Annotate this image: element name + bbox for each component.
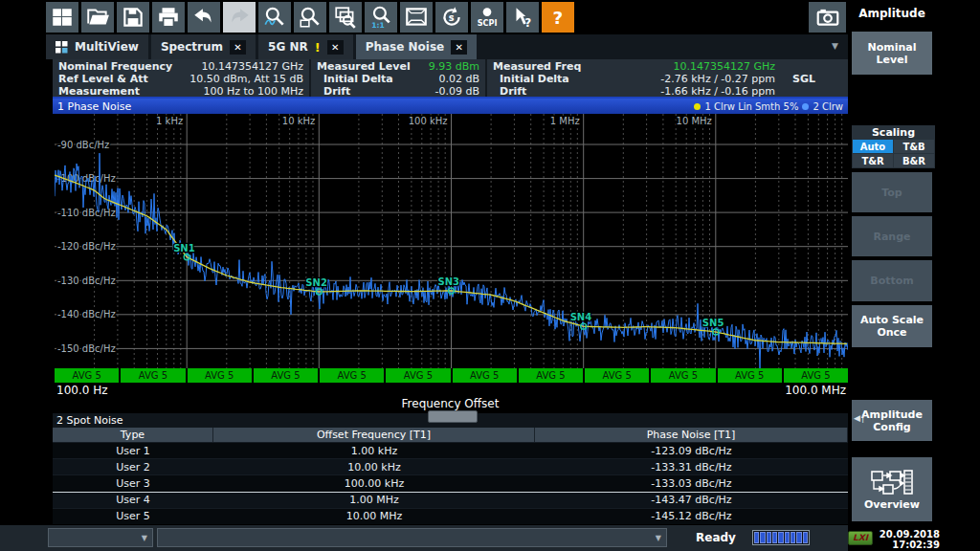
undo-icon (191, 5, 216, 30)
softkey-arrow-left-icon: ◀❘ (854, 413, 865, 423)
tab-overflow-chevron-down-icon[interactable]: ▼ (832, 41, 838, 51)
toolbar-zoom-box-button[interactable] (294, 2, 326, 33)
toolbar-zoom-1to1-button[interactable]: 1:1 (365, 2, 397, 33)
info-row: Nominal Frequency10.147354127 GHz (58, 60, 303, 73)
amplitude-config-button[interactable]: ◀❘ Amplitude Config (852, 400, 932, 441)
nominal-level-button[interactable]: Nominal Level (852, 32, 932, 75)
auto-scale-once-button[interactable]: Auto Scale Once (852, 305, 932, 347)
zoom-signal-icon (262, 5, 287, 30)
table-row[interactable]: User 210.00 kHz-133.31 dBc/Hz (53, 458, 848, 474)
toolbar-zoom-multi-button[interactable] (329, 2, 362, 33)
avg-segment: AVG 5 (254, 368, 318, 383)
toolbar-print-button[interactable] (152, 2, 185, 33)
status-dropdown-left[interactable]: ▼ (48, 528, 153, 547)
toolbar-undo-button[interactable] (188, 2, 220, 33)
status-dropdown-message[interactable]: ▼ (157, 528, 667, 547)
table-cell: 10.00 MHz (213, 510, 535, 522)
scaling-option-tr[interactable]: T&R (853, 154, 893, 167)
column-header: Type (53, 428, 213, 442)
table-cell: User 3 (53, 477, 213, 490)
phase-noise-plot[interactable]: 1 kHz10 kHz100 kHz1 MHz10 MHz-90 dBc/Hz-… (55, 114, 848, 368)
overview-button[interactable]: Overview (852, 457, 932, 521)
svg-text:10 kHz: 10 kHz (282, 116, 315, 126)
info-column-1: Nominal Frequency10.147354127 GHzRef Lev… (53, 59, 311, 97)
bottom-button[interactable]: Bottom (852, 260, 932, 301)
table-cell: -143.47 dBc/Hz (535, 494, 848, 506)
help-icon: ? (546, 5, 570, 30)
toolbar: 1:1sSCPI?? (46, 2, 574, 33)
average-count-bar: AVG 5AVG 5AVG 5AVG 5AVG 5AVG 5AVG 5AVG 5… (55, 368, 848, 383)
status-bar: ▼ ▼ Ready (0, 525, 848, 551)
multiview-grid-icon (56, 41, 68, 54)
avg-segment: AVG 5 (519, 368, 583, 383)
tab-spectrum[interactable]: Spectrum✕ (151, 34, 256, 59)
table-row[interactable]: User 41.00 MHz-143.47 dBc/Hz (53, 492, 848, 508)
table-cell: User 2 (53, 461, 213, 474)
info-row: Drift-0.09 dB (317, 85, 479, 98)
progress-segment (796, 532, 801, 543)
progress-bar (752, 530, 810, 545)
range-button[interactable]: Range (852, 216, 932, 256)
close-icon[interactable]: ✕ (327, 40, 344, 55)
spot-noise-window: 2 Spot Noise TypeOffset Frequency [T1]Ph… (53, 413, 848, 524)
toolbar-scpi-button[interactable]: SCPI (471, 2, 503, 33)
avg-segment: AVG 5 (55, 368, 119, 383)
tab-phase-noise[interactable]: Phase Noise✕ (356, 34, 478, 59)
tab-5g-nr[interactable]: 5G NR!✕ (258, 34, 353, 59)
svg-text:-90 dBc/Hz: -90 dBc/Hz (57, 140, 109, 150)
toolbar-windows-button[interactable] (46, 2, 78, 33)
toolbar-open-file-button[interactable] (81, 2, 114, 33)
scaling-option-auto[interactable]: Auto (853, 140, 893, 153)
info-label: Measured Level (317, 60, 411, 73)
toolbar-refresh-sequence-button[interactable]: s (435, 2, 468, 33)
table-row[interactable]: User 11.00 kHz-123.09 dBc/Hz (53, 442, 848, 458)
toolbar-frame-button[interactable] (400, 2, 433, 33)
softkey-menu-title: Amplitude (848, 7, 936, 20)
toolbar-help-button[interactable]: ? (542, 2, 574, 33)
scaling-option-br[interactable]: B&R (894, 154, 934, 167)
zoom-1to1-icon: 1:1 (368, 5, 393, 30)
phase-noise-title-bar[interactable]: 1 Phase Noise 1 Clrw Lin Smth 5%2 Clrw (53, 99, 848, 114)
close-icon[interactable]: ✕ (451, 40, 467, 55)
table-row[interactable]: User 510.00 MHz-145.12 dBc/Hz (53, 508, 848, 524)
context-help-icon: ? (510, 5, 535, 30)
top-button[interactable]: Top (852, 172, 932, 212)
toolbar-save-button[interactable] (117, 2, 149, 33)
table-row[interactable]: User 3100.00 kHz-133.03 dBc/Hz (53, 474, 848, 491)
progress-segment (785, 532, 790, 543)
clock-area: LXI 20.09.2018 17:02:39 (848, 529, 940, 550)
avg-segment: AVG 5 (651, 368, 715, 383)
window-splitter-handle[interactable] (428, 410, 478, 423)
close-icon[interactable]: ✕ (230, 40, 246, 55)
avg-segment: AVG 5 (188, 368, 252, 383)
zoom-multi-icon (333, 5, 358, 30)
info-row: Measurement100 Hz to 100 MHz (58, 85, 303, 98)
svg-text:SN2: SN2 (305, 277, 327, 288)
svg-text:SN3: SN3 (438, 276, 460, 287)
info-value: 100 Hz to 100 MHz (203, 85, 303, 98)
toolbar-zoom-signal-button[interactable] (258, 2, 291, 33)
progress-segment (760, 532, 765, 543)
toolbar-context-help-button[interactable]: ? (506, 2, 539, 33)
screenshot-camera-button[interactable] (809, 2, 846, 33)
info-value: -1.66 kHz / -0.16 ppm (660, 85, 775, 98)
trace-legend: 1 Clrw Lin Smth 5%2 Clrw (694, 101, 843, 112)
spot-noise-table-header: TypeOffset Frequency [T1]Phase Noise [T1… (53, 428, 848, 442)
table-cell: User 1 (53, 445, 213, 457)
avg-segment: AVG 5 (585, 368, 649, 383)
softkey-sidebar: Amplitude Nominal Level Scaling AutoT&BT… (848, 0, 980, 551)
trace-dot-icon (694, 103, 701, 110)
x-axis-range-labels: 100.0 Hz 100.0 MHz (55, 383, 848, 397)
info-value: 9.93 dBm (429, 60, 479, 73)
spot-noise-table: User 11.00 kHz-123.09 dBc/HzUser 210.00 … (53, 442, 848, 524)
svg-text:SN4: SN4 (570, 312, 592, 322)
scaling-group: Scaling AutoT&BT&RB&R (852, 125, 935, 168)
svg-text:-150 dBc/Hz: -150 dBc/Hz (57, 343, 116, 354)
scaling-option-tb[interactable]: T&B (894, 140, 934, 153)
single-sweep-indicator: SGL (775, 73, 842, 85)
info-label: Drift (493, 85, 526, 98)
info-value: 10.147354127 GHz (673, 60, 775, 73)
tab-multiview[interactable]: MultiView (46, 34, 148, 59)
info-row: Measured Level9.93 dBm (317, 60, 479, 73)
phase-noise-chart[interactable]: 1 kHz10 kHz100 kHz1 MHz10 MHz-90 dBc/Hz-… (55, 114, 848, 368)
